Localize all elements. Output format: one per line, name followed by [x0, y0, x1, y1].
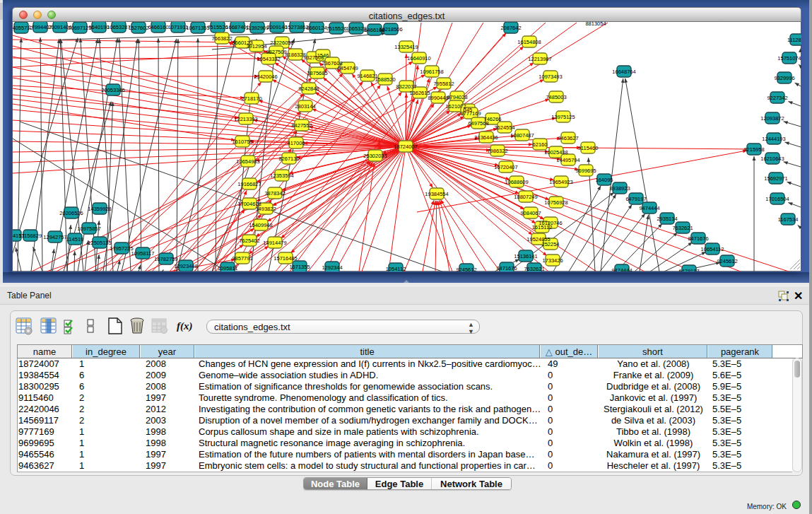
svg-text:13325419: 13325419 — [394, 44, 418, 50]
svg-text:3624554: 3624554 — [494, 124, 514, 131]
svg-text:15136141: 15136141 — [514, 253, 537, 259]
svg-text:7625402: 7625402 — [239, 238, 259, 244]
svg-text:6466160: 6466160 — [148, 24, 168, 30]
svg-text:1167534: 1167534 — [778, 216, 799, 223]
svg-text:9242848: 9242848 — [298, 86, 319, 92]
svg-text:10671355: 10671355 — [186, 25, 209, 31]
svg-text:1112853: 1112853 — [787, 37, 801, 43]
svg-text:18807249: 18807249 — [514, 194, 537, 200]
svg-text:252254: 252254 — [541, 241, 559, 247]
svg-text:1610755: 1610755 — [232, 139, 252, 145]
svg-text:2009140: 2009140 — [266, 24, 287, 30]
svg-text:19384554: 19384554 — [425, 191, 448, 197]
svg-text:20206526: 20206526 — [59, 210, 83, 216]
svg-text:1292344: 1292344 — [322, 264, 342, 271]
svg-text:11392909: 11392909 — [246, 25, 269, 31]
svg-text:16210643: 16210643 — [760, 156, 784, 162]
svg-text:1615112: 1615112 — [532, 224, 553, 230]
svg-text:8454749: 8454749 — [337, 65, 358, 71]
svg-text:10654983: 10654983 — [236, 158, 259, 165]
svg-text:10654112: 10654112 — [701, 246, 724, 252]
svg-text:8215958: 8215958 — [743, 146, 764, 153]
svg-text:8813054: 8813054 — [585, 22, 606, 27]
svg-text:8938923: 8938923 — [609, 185, 630, 192]
svg-text:7632621: 7632621 — [672, 225, 693, 231]
svg-text:10756928: 10756928 — [544, 199, 567, 206]
svg-text:1671355: 1671355 — [289, 264, 310, 270]
svg-text:9777169: 9777169 — [460, 110, 481, 117]
svg-text:19218506: 19218506 — [379, 26, 402, 33]
svg-text:18724007: 18724007 — [394, 144, 417, 150]
svg-text:12213987: 12213987 — [528, 56, 551, 62]
svg-text:3493822: 3493822 — [255, 206, 276, 212]
svg-text:23420046: 23420046 — [254, 74, 277, 80]
svg-text:15409948: 15409948 — [249, 222, 272, 228]
svg-text:9245612: 9245612 — [717, 258, 737, 264]
svg-text:10543332: 10543332 — [257, 56, 280, 62]
svg-text:1527602: 1527602 — [128, 25, 148, 31]
svg-text:2087642: 2087642 — [500, 25, 521, 31]
svg-text:417006: 417006 — [287, 140, 305, 146]
svg-text:15692971: 15692971 — [764, 175, 787, 182]
svg-text:17957225: 17957225 — [110, 245, 133, 252]
svg-text:1546: 1546 — [317, 52, 329, 59]
svg-text:15273862: 15273862 — [285, 24, 308, 30]
svg-text:8990448: 8990448 — [428, 95, 448, 101]
svg-text:23226058: 23226058 — [270, 40, 293, 46]
svg-text:12942757: 12942757 — [43, 234, 66, 240]
svg-text:14359928: 14359928 — [88, 206, 111, 212]
svg-text:16782759: 16782759 — [154, 256, 177, 262]
svg-text:6497568: 6497568 — [468, 120, 488, 127]
svg-text:19166827: 19166827 — [237, 181, 261, 187]
svg-text:3912954: 3912954 — [246, 43, 266, 49]
svg-text:13975125: 13975125 — [551, 114, 575, 120]
svg-text:8471676: 8471676 — [496, 265, 517, 271]
svg-text:1065328: 1065328 — [346, 25, 366, 32]
svg-text:16154808: 16154808 — [517, 39, 541, 45]
svg-text:9227342: 9227342 — [767, 95, 787, 101]
svg-text:16648764: 16648764 — [612, 69, 635, 75]
svg-text:2935134: 2935134 — [657, 216, 677, 222]
svg-text:25302033: 25302033 — [363, 153, 387, 159]
svg-text:9329996: 9329996 — [774, 75, 794, 81]
svg-text:6794028: 6794028 — [447, 94, 467, 100]
svg-text:17016504: 17016504 — [765, 196, 789, 202]
svg-text:16640910: 16640910 — [407, 55, 430, 62]
svg-text:19654923: 19654923 — [549, 179, 572, 185]
svg-text:7663822: 7663822 — [211, 35, 232, 42]
svg-text:12505135: 12505135 — [88, 240, 111, 246]
svg-text:3875685: 3875685 — [307, 70, 327, 76]
svg-text:12444193: 12444193 — [762, 136, 785, 142]
svg-text:7955812: 7955812 — [433, 81, 454, 87]
svg-text:10807487: 10807487 — [510, 132, 534, 139]
svg-text:2803144: 2803144 — [295, 103, 315, 110]
svg-text:10958117: 10958117 — [131, 250, 155, 257]
svg-text:12213393: 12213393 — [234, 116, 257, 122]
svg-text:7632621: 7632621 — [524, 266, 544, 272]
svg-text:8267130: 8267130 — [278, 156, 299, 162]
svg-text:10961758: 10961758 — [420, 69, 443, 75]
svg-text:9463627: 9463627 — [558, 135, 578, 141]
svg-text:7986322: 7986322 — [487, 148, 507, 154]
svg-text:1054112: 1054112 — [386, 266, 406, 272]
svg-text:15720407: 15720407 — [494, 164, 517, 170]
svg-text:7515526: 7515526 — [207, 24, 228, 30]
svg-text:10973493: 10973493 — [539, 74, 562, 80]
svg-text:12353594: 12353594 — [270, 173, 293, 179]
svg-text:9474444: 9474444 — [611, 267, 632, 272]
svg-text:8186328: 8186328 — [285, 52, 305, 58]
svg-text:1588520: 1588520 — [375, 76, 395, 83]
svg-text:9245612: 9245612 — [456, 267, 476, 272]
svg-text:114519: 114519 — [66, 236, 83, 243]
svg-text:9857791: 9857791 — [232, 255, 252, 262]
svg-text:8427552: 8427552 — [291, 122, 312, 129]
svg-text:f(x): f(x) — [177, 320, 193, 332]
svg-text:10688609: 10688609 — [505, 179, 528, 185]
svg-text:9474444: 9474444 — [639, 205, 659, 211]
svg-text:11156829: 11156829 — [19, 233, 42, 239]
svg-text:2718170: 2718170 — [241, 95, 261, 102]
svg-text:9084067: 9084067 — [520, 210, 541, 216]
svg-text:8471676: 8471676 — [688, 235, 708, 242]
svg-text:9827509: 9827509 — [266, 49, 286, 55]
svg-text:21364436: 21364436 — [474, 134, 498, 141]
